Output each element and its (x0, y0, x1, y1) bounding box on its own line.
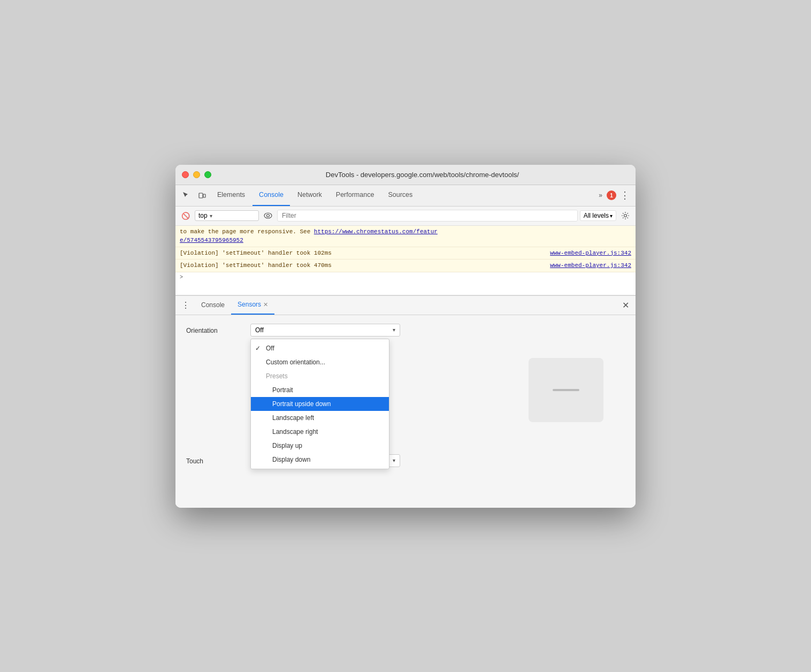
dropdown-item-custom[interactable]: Custom orientation... (251, 355, 389, 369)
prompt-chevron: > (180, 274, 183, 280)
tab-console[interactable]: Console (253, 185, 290, 206)
orientation-dropdown-container: Off ▾ ✓ Off Custom orientation... (250, 324, 400, 337)
phone-bar (553, 389, 579, 391)
orientation-phone-mockup (529, 358, 603, 422)
drawer-menu-icon[interactable]: ⋮ (179, 298, 193, 312)
orientation-dropdown-menu: ✓ Off Custom orientation... Presets Port… (250, 339, 389, 469)
inspect-icon[interactable] (179, 188, 194, 203)
tab-elements[interactable]: Elements (211, 185, 251, 206)
log-levels-selector[interactable]: All levels ▾ (580, 210, 616, 221)
console-line: [Violation] 'setTimeout' handler took 47… (175, 259, 636, 272)
console-prompt: > (175, 272, 636, 282)
tab-sources[interactable]: Sources (381, 185, 419, 206)
dropdown-item-portrait[interactable]: Portrait (251, 383, 389, 397)
filter-input[interactable] (277, 210, 578, 222)
error-badge: 1 (607, 190, 616, 200)
tab-network[interactable]: Network (291, 185, 328, 206)
touch-label: Touch (186, 454, 250, 465)
orientation-label: Orientation (186, 324, 250, 334)
maximize-button[interactable] (204, 171, 211, 178)
svg-point-2 (264, 213, 272, 218)
drawer-tab-bar: ⋮ Console Sensors ✕ ✕ (175, 296, 636, 315)
svg-rect-0 (199, 193, 203, 198)
dropdown-item-portrait-upside-down[interactable]: Portrait upside down (251, 397, 389, 411)
devtools-tab-bar: Elements Console Network Performance Sou… (175, 185, 636, 207)
eye-icon[interactable] (261, 209, 275, 223)
sensors-panel: Orientation Off ▾ ✓ Off Custom orientati… (175, 315, 636, 508)
device-toggle-icon[interactable] (195, 188, 210, 203)
dropdown-item-off[interactable]: ✓ Off (251, 341, 389, 355)
devtools-window: DevTools - developers.google.com/web/too… (175, 165, 636, 508)
dropdown-item-presets: Presets (251, 369, 389, 383)
console-toolbar: 🚫 top ▾ All levels ▾ (175, 207, 636, 226)
dropdown-item-landscape-left[interactable]: Landscape left (251, 411, 389, 425)
dropdown-item-display-up[interactable]: Display up (251, 439, 389, 453)
devtools-menu-button[interactable]: ⋮ (617, 188, 632, 203)
close-drawer-button[interactable]: ✕ (618, 298, 632, 312)
drawer-tab-console[interactable]: Console (195, 295, 231, 315)
minimize-button[interactable] (193, 171, 200, 178)
drawer-panel: ⋮ Console Sensors ✕ ✕ Orientation Off ▾ (175, 295, 636, 508)
close-button[interactable] (182, 171, 189, 178)
title-bar: DevTools - developers.google.com/web/too… (175, 165, 636, 185)
dropdown-item-display-down[interactable]: Display down (251, 453, 389, 467)
drawer-tab-sensors[interactable]: Sensors ✕ (231, 295, 274, 315)
embed-player-link-1[interactable]: www-embed-player.js:342 (550, 249, 631, 258)
console-line: [Violation] 'setTimeout' handler took 10… (175, 247, 636, 260)
console-output: to make the page more responsive. See ht… (175, 226, 636, 295)
dropdown-item-landscape-right[interactable]: Landscape right (251, 425, 389, 439)
orientation-trigger[interactable]: Off ▾ (250, 324, 400, 337)
embed-player-link-2[interactable]: www-embed-player.js:342 (550, 261, 631, 270)
clear-console-button[interactable]: 🚫 (179, 209, 193, 223)
svg-rect-1 (203, 194, 205, 197)
chromestatus-link[interactable]: https://www.chromestatus.com/feature/574… (180, 228, 438, 244)
orientation-row: Orientation Off ▾ ✓ Off Custom orientati… (186, 324, 625, 337)
tab-performance[interactable]: Performance (330, 185, 381, 206)
svg-point-3 (267, 215, 270, 217)
more-tabs-button[interactable]: » (595, 189, 606, 201)
window-title: DevTools - developers.google.com/web/too… (216, 171, 629, 179)
context-selector[interactable]: top ▾ (195, 210, 259, 221)
console-settings-icon[interactable] (618, 209, 632, 223)
console-line: to make the page more responsive. See ht… (175, 226, 636, 247)
close-sensors-tab[interactable]: ✕ (263, 301, 268, 308)
svg-point-4 (624, 215, 627, 217)
